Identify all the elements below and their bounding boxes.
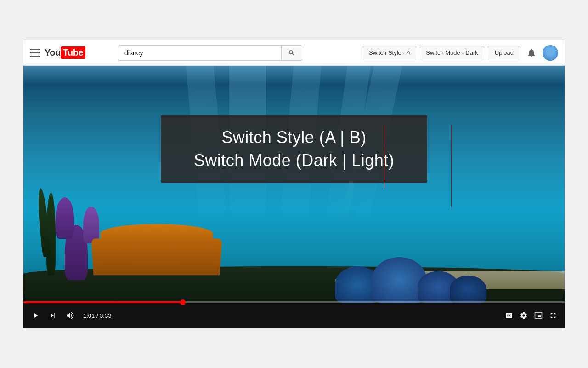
logo[interactable]: You Tube [45, 46, 85, 59]
video-container[interactable]: Switch Style (A | B) Switch Mode (Dark |… [23, 66, 565, 328]
coral-blue [335, 248, 519, 303]
controls-right [503, 310, 559, 322]
header-right: Switch Style - A Switch Mode - Dark Uplo… [363, 45, 558, 61]
fullscreen-button[interactable] [547, 310, 559, 322]
coral-blue-piece-4 [450, 276, 486, 303]
annotation-line-2 [451, 124, 452, 207]
cc-button[interactable] [503, 310, 515, 322]
volume-icon [66, 311, 75, 320]
coral-area [23, 211, 565, 303]
settings-icon [520, 311, 528, 320]
settings-button[interactable] [518, 310, 530, 322]
play-icon [31, 311, 40, 320]
logo-you: You [45, 47, 61, 58]
switch-mode-button[interactable]: Switch Mode - Dark [420, 46, 484, 59]
header-left: You Tube [30, 46, 85, 59]
coral-orange [91, 238, 222, 275]
miniplayer-icon [534, 311, 543, 320]
water-surface [23, 66, 565, 84]
time-display: 1:01 / 3:33 [83, 312, 111, 319]
caption-overlay: Switch Style (A | B) Switch Mode (Dark |… [161, 115, 427, 183]
header: You Tube Switch Style - A Switch Mode - … [23, 40, 565, 66]
switch-style-button[interactable]: Switch Style - A [363, 46, 416, 59]
search-input[interactable] [119, 45, 281, 61]
fullscreen-icon [549, 311, 557, 320]
logo-tube: Tube [61, 46, 85, 59]
cc-icon [505, 311, 513, 320]
progress-bar[interactable] [23, 301, 565, 303]
volume-button[interactable] [64, 309, 77, 322]
notification-button[interactable] [524, 46, 539, 60]
bell-icon [526, 48, 537, 58]
seaweed-left [46, 193, 56, 276]
progress-fill [23, 301, 186, 303]
search-icon [288, 49, 295, 57]
upload-button[interactable]: Upload [488, 46, 520, 59]
skip-next-icon [48, 311, 57, 320]
play-button[interactable] [29, 309, 42, 322]
search-container [119, 45, 302, 61]
hamburger-menu-icon[interactable] [30, 49, 40, 57]
caption-line-2: Switch Mode (Dark | Light) [184, 151, 404, 170]
video-background: Switch Style (A | B) Switch Mode (Dark |… [23, 66, 565, 303]
coral-purple-left [65, 225, 88, 280]
app-container: You Tube Switch Style - A Switch Mode - … [23, 40, 565, 328]
annotation-line-1 [384, 124, 384, 189]
skip-next-button[interactable] [46, 309, 59, 322]
avatar[interactable] [543, 45, 558, 61]
caption-line-1: Switch Style (A | B) [184, 128, 404, 147]
search-button[interactable] [281, 45, 302, 61]
video-controls: 1:01 / 3:33 [23, 303, 565, 328]
avatar-image [543, 45, 558, 61]
miniplayer-button[interactable] [532, 310, 544, 322]
